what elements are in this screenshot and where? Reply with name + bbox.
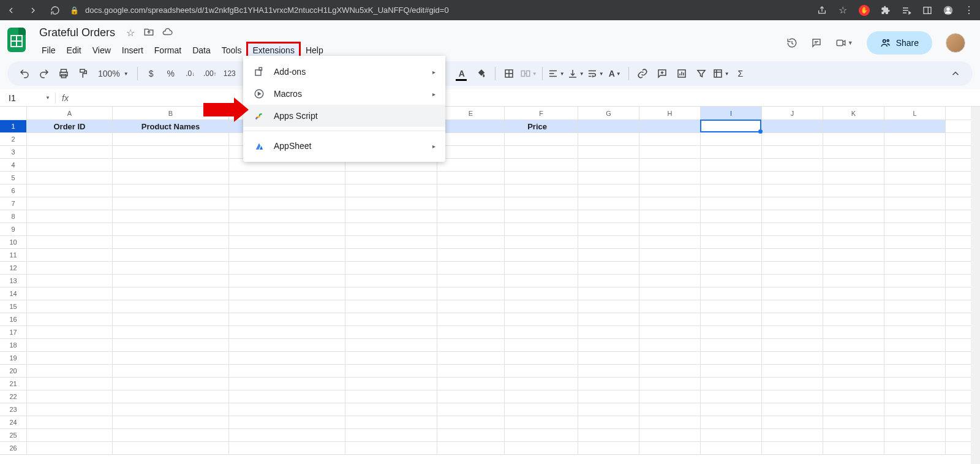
cell[interactable] bbox=[505, 300, 578, 313]
cell[interactable] bbox=[884, 210, 946, 222]
cell[interactable] bbox=[27, 184, 113, 197]
cell[interactable] bbox=[578, 262, 639, 274]
cell[interactable] bbox=[27, 442, 113, 454]
cell[interactable] bbox=[762, 223, 823, 235]
row-header[interactable]: 19 bbox=[0, 352, 27, 364]
cell[interactable] bbox=[884, 378, 946, 390]
cell[interactable] bbox=[884, 275, 946, 287]
cell[interactable] bbox=[229, 352, 345, 364]
cell[interactable] bbox=[229, 275, 345, 287]
cell[interactable] bbox=[884, 339, 946, 351]
share-page-icon[interactable] bbox=[817, 6, 827, 15]
cell[interactable] bbox=[229, 442, 345, 454]
cell[interactable] bbox=[639, 133, 701, 145]
cell[interactable] bbox=[113, 429, 229, 441]
cell[interactable] bbox=[229, 184, 345, 197]
cell[interactable] bbox=[345, 378, 437, 390]
cell[interactable] bbox=[229, 249, 345, 261]
cell[interactable] bbox=[701, 262, 762, 274]
share-button[interactable]: Share bbox=[867, 31, 932, 55]
cell[interactable] bbox=[578, 429, 639, 441]
cell[interactable] bbox=[27, 416, 113, 428]
dropdown-item-add-ons[interactable]: Add-ons▸ bbox=[243, 61, 445, 83]
cell[interactable] bbox=[113, 378, 229, 390]
fill-color-icon[interactable] bbox=[473, 65, 490, 82]
cell[interactable] bbox=[27, 223, 113, 235]
col-header-L[interactable]: L bbox=[884, 107, 946, 120]
cell[interactable] bbox=[639, 223, 701, 235]
cell[interactable] bbox=[437, 352, 505, 364]
cell[interactable] bbox=[884, 326, 946, 338]
cell[interactable] bbox=[505, 210, 578, 222]
cell[interactable] bbox=[823, 365, 884, 377]
cell[interactable] bbox=[823, 313, 884, 325]
cell[interactable] bbox=[345, 249, 437, 261]
functions-icon[interactable]: Σ bbox=[732, 65, 749, 82]
cell[interactable] bbox=[762, 416, 823, 428]
cell[interactable] bbox=[505, 442, 578, 454]
cell[interactable] bbox=[639, 120, 701, 132]
cell[interactable] bbox=[701, 249, 762, 261]
row-header[interactable]: 13 bbox=[0, 275, 27, 287]
cell[interactable] bbox=[437, 403, 505, 416]
cell[interactable] bbox=[762, 442, 823, 454]
v-align-icon[interactable] bbox=[567, 65, 584, 82]
star-icon[interactable]: ☆ bbox=[838, 6, 848, 15]
cell[interactable] bbox=[505, 403, 578, 416]
cell[interactable] bbox=[578, 133, 639, 145]
cell[interactable] bbox=[27, 378, 113, 390]
cell[interactable] bbox=[113, 287, 229, 300]
cell[interactable] bbox=[639, 210, 701, 222]
cell[interactable] bbox=[345, 223, 437, 235]
cell[interactable] bbox=[113, 133, 229, 145]
menu-file[interactable]: File bbox=[37, 43, 61, 58]
cell[interactable] bbox=[229, 326, 345, 338]
cell[interactable] bbox=[437, 365, 505, 377]
cell[interactable] bbox=[884, 442, 946, 454]
row-header[interactable]: 26 bbox=[0, 442, 27, 454]
cell[interactable] bbox=[762, 120, 823, 132]
cell[interactable] bbox=[762, 429, 823, 441]
cell[interactable] bbox=[762, 378, 823, 390]
star-doc-icon[interactable]: ☆ bbox=[125, 27, 136, 39]
menu-edit[interactable]: Edit bbox=[62, 43, 86, 58]
cell[interactable] bbox=[884, 133, 946, 145]
cell[interactable] bbox=[578, 159, 639, 171]
cell[interactable] bbox=[578, 378, 639, 390]
vertical-scrollbar[interactable] bbox=[971, 107, 980, 464]
cell[interactable] bbox=[884, 120, 946, 132]
row-header[interactable]: 25 bbox=[0, 429, 27, 441]
cell[interactable] bbox=[345, 197, 437, 210]
cell[interactable] bbox=[229, 300, 345, 313]
cell[interactable] bbox=[884, 262, 946, 274]
cell[interactable] bbox=[437, 172, 505, 184]
menu-format[interactable]: Format bbox=[149, 43, 186, 58]
cell[interactable] bbox=[27, 133, 113, 145]
cell[interactable] bbox=[884, 403, 946, 416]
cell[interactable] bbox=[578, 390, 639, 403]
number-format-button[interactable]: 123 bbox=[221, 65, 238, 82]
cell[interactable] bbox=[762, 403, 823, 416]
row-header[interactable]: 2 bbox=[0, 133, 27, 145]
grid-area[interactable]: ABCDEFGHIJKL 1Order IDProduct NamesOPric… bbox=[0, 107, 980, 464]
cell[interactable] bbox=[229, 403, 345, 416]
cell[interactable] bbox=[639, 429, 701, 441]
cell[interactable] bbox=[113, 339, 229, 351]
cell[interactable] bbox=[884, 352, 946, 364]
cell[interactable] bbox=[437, 339, 505, 351]
cell[interactable] bbox=[113, 352, 229, 364]
cell[interactable] bbox=[113, 442, 229, 454]
cell[interactable]: Order ID bbox=[27, 120, 113, 132]
cell[interactable] bbox=[762, 365, 823, 377]
cell[interactable] bbox=[113, 300, 229, 313]
cell[interactable] bbox=[345, 172, 437, 184]
cell[interactable] bbox=[578, 326, 639, 338]
col-header-K[interactable]: K bbox=[823, 107, 884, 120]
cell[interactable] bbox=[701, 197, 762, 210]
cell[interactable] bbox=[823, 262, 884, 274]
cell[interactable] bbox=[578, 197, 639, 210]
reload-icon[interactable] bbox=[50, 6, 60, 15]
cell[interactable] bbox=[27, 172, 113, 184]
cell[interactable] bbox=[113, 365, 229, 377]
cell[interactable] bbox=[823, 120, 884, 132]
